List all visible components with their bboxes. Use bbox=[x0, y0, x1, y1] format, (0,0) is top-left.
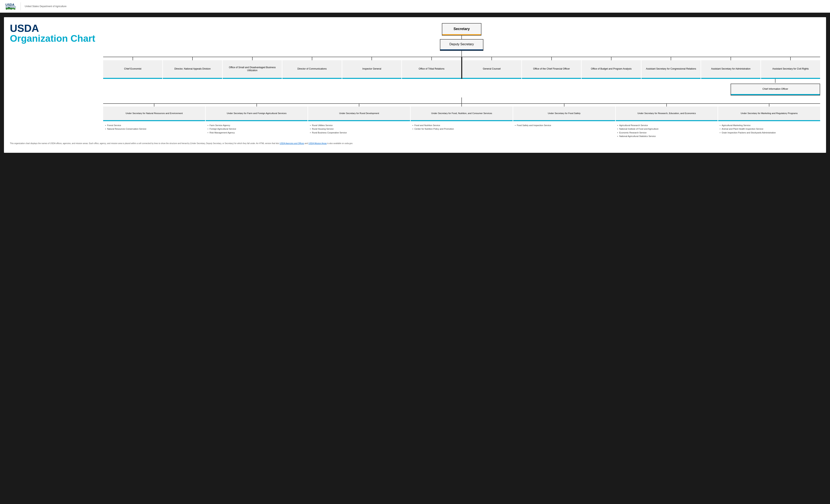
bullet-list-6: Agricultural Marketing Service Animal an… bbox=[719, 124, 819, 134]
us-6: Under Secretary for Marketing and Regula… bbox=[718, 104, 820, 121]
footer-link2[interactable]: USDA Mission Areas bbox=[309, 142, 327, 145]
level2-label-4: Inspector General bbox=[362, 67, 381, 70]
bullet-list-0: Forest Service Natural Resources Conserv… bbox=[105, 124, 204, 131]
level2-section: Chief Economist Director, National Appea… bbox=[103, 57, 820, 79]
bullet-list-2: Rural Utilities Service Rural Housing Se… bbox=[310, 124, 409, 134]
cio-box: Chief Information Officer bbox=[731, 84, 820, 95]
drop2 bbox=[223, 57, 282, 60]
level2-boxes-row: Chief Economist Director, National Appea… bbox=[103, 57, 820, 79]
us-2: Under Secretary for Rural Development bbox=[308, 104, 410, 121]
cio-vert-connector bbox=[775, 79, 775, 83]
cio-spacer-left bbox=[103, 79, 730, 95]
us-box-3: Under Secretary for Food, Nutrition, and… bbox=[411, 106, 513, 121]
bullet-item: Center for Nutrition Policy and Promotio… bbox=[412, 127, 511, 131]
bullet-list-5: Agricultural Research Service National I… bbox=[617, 124, 716, 138]
drop3 bbox=[282, 57, 342, 60]
level2-box-communications: Director of Communications bbox=[282, 60, 342, 79]
level2-right-2: Office of Budget and Program Analysis bbox=[582, 57, 641, 79]
center-vert-line bbox=[461, 51, 462, 57]
drop4 bbox=[342, 57, 402, 60]
bullet-item: Risk Management Agency bbox=[207, 131, 306, 134]
bullet-item: Food Safety and Inspection Service bbox=[514, 124, 614, 127]
bullet-item: Agricultural Research Service bbox=[617, 124, 716, 127]
bullet-item: Natural Resources Conservation Service bbox=[105, 127, 204, 131]
bullet-item: Forest Service bbox=[105, 124, 204, 127]
level2-box-cfo: Office of the Chief Financial Officer bbox=[522, 60, 581, 79]
us-label-4: Under Secretary for Food Safety bbox=[548, 112, 581, 115]
bullet-list-3: Food and Nutrition Service Center for Nu… bbox=[412, 124, 511, 131]
level2-left-4: Inspector General bbox=[342, 57, 402, 79]
svg-rect-2 bbox=[5, 7, 16, 7]
level2-box-small-business: Office of Small and Disadvantaged Busine… bbox=[223, 60, 282, 79]
level2-label-11: Assistant Secretary for Civil Rights bbox=[772, 67, 809, 70]
header: USDA United States Department of Agricul… bbox=[0, 0, 830, 13]
us-label-6: Under Secretary for Marketing and Regula… bbox=[741, 112, 798, 115]
us-box-4: Under Secretary for Food Safety bbox=[513, 106, 615, 121]
bullet-item: Agricultural Marketing Service bbox=[719, 124, 819, 127]
us-box-2: Under Secretary for Rural Development bbox=[308, 106, 410, 121]
level2-left-1: Director, National Appeals Division bbox=[163, 57, 222, 79]
svg-point-5 bbox=[10, 8, 12, 10]
level2-right-3: Assistant Secretary for Congressional Re… bbox=[641, 57, 701, 79]
us-label-3: Under Secretary for Food, Nutrition, and… bbox=[431, 112, 492, 115]
chart-title: USDA Organization Chart bbox=[10, 23, 95, 44]
footer-text2: and bbox=[304, 142, 309, 145]
header-divider bbox=[21, 2, 21, 10]
level2-label-10: Assistant Secretary for Administration bbox=[711, 67, 751, 70]
secretary-label: Secretary bbox=[453, 27, 470, 31]
secretary-row: Secretary bbox=[103, 23, 820, 36]
level2-right-4: Assistant Secretary for Administration bbox=[701, 57, 760, 79]
under-sec-connector bbox=[103, 97, 820, 103]
usda-logo: USDA bbox=[5, 2, 17, 10]
main-content: USDA Organization Chart Secretary bbox=[4, 17, 826, 153]
deputy-secretary-label: Deputy Secretary bbox=[449, 42, 474, 46]
level2-label-2: Office of Small and Disadvantaged Busine… bbox=[224, 66, 281, 72]
us-4: Under Secretary for Food Safety bbox=[513, 104, 615, 121]
bullet-item: Economic Research Service bbox=[617, 131, 716, 134]
svg-text:USDA: USDA bbox=[5, 3, 14, 6]
drop0 bbox=[103, 57, 162, 60]
sec-deputy-connector bbox=[461, 36, 462, 39]
usda-icon-svg: USDA bbox=[5, 2, 17, 10]
level2-box-national-appeals: Director, National Appeals Division bbox=[163, 60, 222, 79]
us-label-5: Under Secretary for Research, Education,… bbox=[638, 112, 696, 115]
level2-right-1: Office of the Chief Financial Officer bbox=[522, 57, 581, 79]
cio-row: Chief Information Officer bbox=[103, 79, 820, 95]
us-5: Under Secretary for Research, Education,… bbox=[616, 104, 718, 121]
us-3: Under Secretary for Food, Nutrition, and… bbox=[411, 104, 513, 121]
drop8 bbox=[582, 57, 641, 60]
level2-box-civil-rights: Assistant Secretary for Civil Rights bbox=[761, 60, 820, 79]
title-usda: USDA bbox=[10, 23, 95, 33]
bullet-item: Rural Business Cooperative Service bbox=[310, 131, 409, 134]
footer-link1[interactable]: USDA Agencies and Offices bbox=[280, 142, 304, 145]
level2-label-9: Assistant Secretary for Congressional Re… bbox=[646, 67, 696, 70]
deputy-secretary-box: Deputy Secretary bbox=[440, 39, 483, 51]
bullet-item: Rural Housing Service bbox=[310, 127, 409, 131]
bullets-row: Forest Service Natural Resources Conserv… bbox=[103, 124, 820, 138]
us-center-line bbox=[461, 97, 462, 103]
top-section: Secretary Deputy Secretary bbox=[103, 23, 820, 57]
level2-left-0: Chief Economist bbox=[103, 57, 162, 79]
level2-label-7: Office of the Chief Financial Officer bbox=[533, 67, 570, 70]
us-label-2: Under Secretary for Rural Development bbox=[339, 112, 379, 115]
bullets-col-6: Agricultural Marketing Service Animal an… bbox=[718, 124, 820, 138]
cio-label: Chief Information Officer bbox=[762, 88, 788, 91]
level2-label-5: Office of Tribal Relations bbox=[419, 67, 445, 70]
bullet-item: Foreign Agricultural Service bbox=[207, 127, 306, 131]
level2-left-5: Office of Tribal Relations bbox=[402, 57, 461, 79]
cio-col: Chief Information Officer bbox=[731, 79, 820, 95]
level2-left-3: Director of Communications bbox=[282, 57, 342, 79]
drop10 bbox=[701, 57, 760, 60]
under-sec-boxes: Under Secretary for Natural Resources an… bbox=[103, 104, 820, 121]
page-wrapper: USDA United States Department of Agricul… bbox=[0, 0, 830, 153]
level2-box-administration: Assistant Secretary for Administration bbox=[701, 60, 760, 79]
level2-right-group: General Counsel Office of the Chief Fina… bbox=[462, 57, 820, 79]
level2-label-0: Chief Economist bbox=[124, 67, 141, 70]
level2-box-tribal: Office of Tribal Relations bbox=[402, 60, 461, 79]
level2-box-budget: Office of Budget and Program Analysis bbox=[582, 60, 641, 79]
org-chart-wrapper: Secretary Deputy Secretary bbox=[103, 23, 820, 138]
title-org-chart: Organization Chart bbox=[10, 33, 95, 44]
deputy-level2-connector bbox=[103, 51, 820, 57]
us-box-5: Under Secretary for Research, Education,… bbox=[616, 106, 718, 121]
bullet-item: Grain Inspection Packers and Stockyards … bbox=[719, 131, 819, 134]
